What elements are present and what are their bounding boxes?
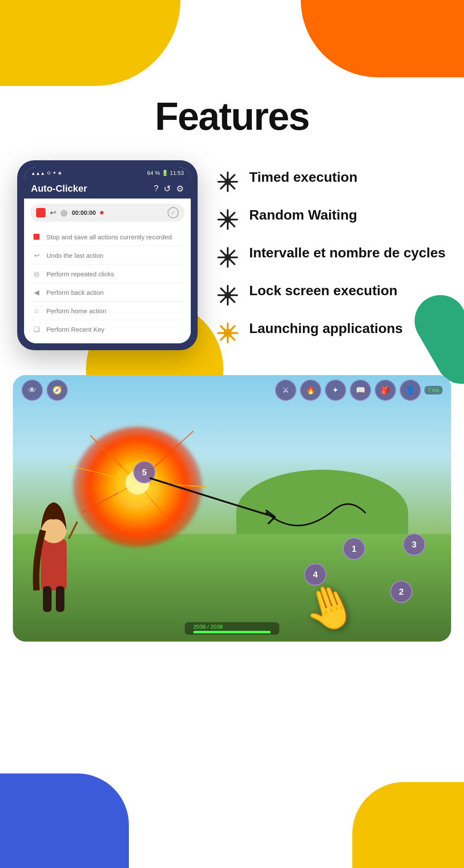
click-circle-1: 1	[343, 538, 365, 560]
health-bar-fill	[193, 631, 271, 633]
phone-statusbar: ▲▲▲ ⊙ ✦ ◈ 64 % 🔋 11:53	[24, 167, 191, 179]
game-btn-skill3[interactable]: ✦	[325, 379, 346, 401]
feature-item-interval: Intervalle et nombre de cycles	[215, 245, 447, 270]
game-btn-skill2[interactable]: 🔥	[300, 379, 321, 401]
menu-item-back[interactable]: ◀ Perform back action	[30, 283, 185, 302]
character-figure	[21, 496, 86, 616]
features-list: Timed execution Random Waiting	[215, 160, 447, 358]
home-icon: ⌂	[32, 306, 41, 315]
game-btn-skill1[interactable]: ⚔	[275, 379, 296, 401]
blob-top-right	[301, 0, 464, 77]
lock-icon	[217, 284, 239, 306]
random-icon	[217, 208, 239, 231]
click-circle-5: 5	[133, 461, 156, 483]
help-icon[interactable]: ?	[154, 183, 159, 194]
app-title: Auto-Clicker	[31, 183, 87, 194]
timer-display: 00:00:00	[72, 209, 96, 216]
feature-item-timed: Timed execution	[215, 169, 447, 195]
feature-item-lock: Lock screen execution	[215, 282, 447, 308]
game-section: 👁 🧭 ⚔ 🔥 ✦ 📖 🎒 👤 7 ms 5 4 3 2	[0, 375, 464, 642]
feature-item-launch: Launching applications	[215, 320, 447, 346]
feature-text-random: Random Waiting	[249, 207, 357, 223]
menu-item-stop[interactable]: Stop and save all actions currently reco…	[30, 228, 185, 246]
page-title: Features	[0, 95, 464, 139]
feature-text-timed: Timed execution	[249, 169, 357, 185]
menu-label-stop: Stop and save all actions currently reco…	[46, 233, 172, 241]
feature-text-launch: Launching applications	[249, 320, 403, 336]
rec-indicator	[100, 211, 104, 214]
menu-label-undo: Undo the last action	[46, 252, 104, 259]
svg-rect-35	[43, 586, 52, 612]
nfc-icon: ◈	[58, 170, 61, 176]
interval-icon	[217, 246, 239, 269]
settings-icon[interactable]: ⚙	[176, 183, 184, 194]
recent-icon: ❏	[32, 324, 41, 334]
phone-screen: ▲▲▲ ⊙ ✦ ◈ 64 % 🔋 11:53 Auto-Clicker ? ↺ …	[24, 167, 191, 343]
menu-item-click[interactable]: ◎ Perform repeated clicks	[30, 265, 185, 283]
health-bar: 2038 / 2038	[185, 622, 279, 635]
game-screenshot: 👁 🧭 ⚔ 🔥 ✦ 📖 🎒 👤 7 ms 5 4 3 2	[13, 375, 451, 642]
launch-icon	[217, 322, 239, 344]
game-btn-compass[interactable]: 🧭	[46, 379, 68, 401]
feature-text-interval: Intervalle et nombre de cycles	[249, 245, 446, 261]
menu-label-back: Perform back action	[46, 289, 104, 296]
game-btn-row-left: 👁 🧭	[21, 379, 68, 401]
header-icons: ? ↺ ⚙	[154, 183, 184, 194]
menu-label-recent: Perform Recent Key	[46, 326, 104, 333]
check-button[interactable]: ✓	[168, 207, 179, 218]
signal-icon: ▲▲▲	[31, 171, 45, 176]
blob-bottom-right	[352, 782, 464, 868]
click-circle-2: 2	[390, 581, 412, 603]
game-btn-row-right: ⚔ 🔥 ✦ 📖 🎒 👤 7 ms	[275, 379, 443, 401]
blob-bottom-left	[0, 773, 129, 868]
undo-icon: ↩	[32, 251, 41, 260]
ping-display: 7 ms	[424, 386, 443, 394]
svg-rect-33	[41, 539, 67, 590]
undo-icon[interactable]: ↩	[50, 208, 56, 217]
game-btn-avatar[interactable]: 👤	[400, 379, 421, 401]
back-arrow-icon: ◀	[32, 287, 41, 297]
menu-label-click: Perform repeated clicks	[46, 270, 114, 278]
extra-icon: ✦	[52, 170, 56, 176]
menu-label-home: Perform home action	[46, 307, 106, 315]
status-right: 64 % 🔋 11:53	[147, 170, 184, 176]
game-btn-skill5[interactable]: 🎒	[375, 379, 396, 401]
health-text: 2038 / 2038	[193, 623, 223, 630]
click-circle-3: 3	[403, 533, 425, 556]
status-left: ▲▲▲ ⊙ ✦ ◈	[31, 170, 61, 176]
phone-body: ↩ ◎ 00:00:00 ✓ Stop and save all actions…	[24, 199, 191, 343]
stop-square-icon	[32, 232, 41, 241]
svg-line-37	[69, 522, 77, 539]
feature-text-lock: Lock screen execution	[249, 282, 397, 299]
phone-app-header: Auto-Clicker ? ↺ ⚙	[24, 179, 191, 199]
svg-rect-36	[56, 586, 64, 612]
wifi-icon: ⊙	[47, 170, 51, 176]
target-icon[interactable]: ◎	[61, 208, 67, 217]
feature-item-random: Random Waiting	[215, 207, 447, 232]
history-icon[interactable]: ↺	[164, 183, 171, 194]
menu-item-undo[interactable]: ↩ Undo the last action	[30, 246, 185, 265]
recording-bar: ↩ ◎ 00:00:00 ✓	[30, 204, 185, 222]
click-circle-4: 4	[304, 563, 327, 586]
menu-item-recent[interactable]: ❏ Perform Recent Key	[30, 320, 185, 338]
phone-mockup: ▲▲▲ ⊙ ✦ ◈ 64 % 🔋 11:53 Auto-Clicker ? ↺ …	[17, 160, 198, 350]
main-content: ▲▲▲ ⊙ ✦ ◈ 64 % 🔋 11:53 Auto-Clicker ? ↺ …	[0, 160, 464, 358]
game-btn-skill4[interactable]: 📖	[350, 379, 371, 401]
blob-top-left	[0, 0, 180, 86]
stop-button[interactable]	[36, 208, 46, 217]
game-btn-eye[interactable]: 👁	[21, 379, 43, 401]
timed-icon	[217, 171, 239, 193]
menu-item-home[interactable]: ⌂ Perform home action	[30, 302, 185, 320]
game-topbar: 👁 🧭 ⚔ 🔥 ✦ 📖 🎒 👤 7 ms	[13, 379, 451, 401]
repeated-click-icon: ◎	[32, 269, 41, 278]
